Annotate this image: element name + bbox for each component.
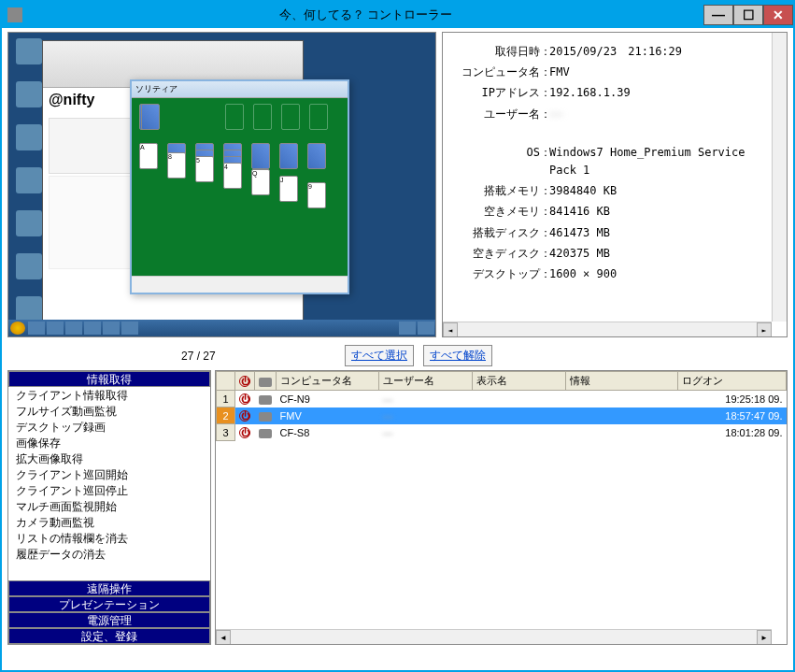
label-ip: IPアドレス xyxy=(447,84,540,102)
value-computer: FMV xyxy=(549,64,768,81)
col-link[interactable] xyxy=(255,372,277,391)
label-freedisk: 空きディスク xyxy=(447,245,540,263)
action-save-image[interactable]: 画像保存 xyxy=(8,435,210,450)
deselect-all-button[interactable]: すべて解除 xyxy=(423,345,492,366)
client-table-panel: ⏻ コンピュータ名 ユーザー名 表示名 情報 ログオン 1⏻CF-N9—19:2… xyxy=(215,370,788,645)
value-user: —— xyxy=(549,106,768,123)
label-desktop: デスクトップ xyxy=(447,265,540,283)
value-ram: 3984840 KB xyxy=(549,182,768,200)
category-info-header[interactable]: 情報取得 xyxy=(8,371,210,387)
col-num[interactable] xyxy=(217,372,235,391)
table-row[interactable]: 1⏻CF-N9—19:25:18 09. xyxy=(217,391,787,407)
action-camera-video[interactable]: カメラ動画監視 xyxy=(8,514,210,530)
action-panel: 情報取得 クライアント情報取得 フルサイズ動画監視 デスクトップ録画 画像保存 … xyxy=(7,370,211,645)
col-computer[interactable]: コンピュータ名 xyxy=(277,372,379,391)
table-row[interactable]: 2⏻FMV—18:57:47 09. xyxy=(217,407,787,424)
info-panel: 取得日時：2015/09/23 21:16:29 コンピュータ名：FMV IPア… xyxy=(442,32,788,337)
value-os: Windows7 Home_Premium Service Pack 1 xyxy=(549,144,768,179)
action-list: クライアント情報取得 フルサイズ動画監視 デスクトップ録画 画像保存 拡大画像取… xyxy=(8,387,210,580)
app-icon xyxy=(7,7,22,22)
page-counter: 27 / 27 xyxy=(181,350,216,363)
maximize-button[interactable]: ☐ xyxy=(733,5,763,25)
col-power[interactable]: ⏻ xyxy=(235,372,255,391)
col-user[interactable]: ユーザー名 xyxy=(379,372,473,391)
close-button[interactable]: ✕ xyxy=(763,5,793,25)
category-presentation-header[interactable]: プレゼンテーション xyxy=(8,596,210,612)
action-multi-monitor[interactable]: マルチ画面監視開始 xyxy=(8,498,210,514)
label-computer: コンピュータ名 xyxy=(447,64,540,81)
action-zoom-image[interactable]: 拡大画像取得 xyxy=(8,450,210,466)
action-fullsize-video[interactable]: フルサイズ動画監視 xyxy=(8,403,210,419)
action-desktop-record[interactable]: デスクトップ録画 xyxy=(8,419,210,435)
label-ram: 搭載メモリ xyxy=(447,182,540,200)
remote-taskbar xyxy=(8,320,435,336)
action-clear-history[interactable]: 履歴データの消去 xyxy=(8,546,210,562)
value-ip: 192.168.1.39 xyxy=(549,84,768,102)
window-title: 今、何してる？ コントローラー xyxy=(28,7,703,23)
category-remote-header[interactable]: 遠隔操作 xyxy=(8,580,210,596)
col-logon[interactable]: ログオン xyxy=(678,372,787,391)
value-freedisk: 420375 MB xyxy=(549,245,768,263)
client-table[interactable]: ⏻ コンピュータ名 ユーザー名 表示名 情報 ログオン 1⏻CF-N9—19:2… xyxy=(216,371,787,441)
label-datetime: 取得日時 xyxy=(447,43,540,61)
info-scrollbar-h[interactable]: ◄► xyxy=(443,322,772,336)
category-power-header[interactable]: 電源管理 xyxy=(8,612,210,628)
label-disk: 搭載ディスク xyxy=(447,224,540,242)
label-os: OS xyxy=(447,144,540,179)
label-freeram: 空きメモリ xyxy=(447,203,540,221)
table-scrollbar-h[interactable]: ◄► xyxy=(216,629,772,644)
app-window: 今、何してる？ コントローラー — ☐ ✕ xyxy=(0,0,795,672)
category-settings-header[interactable]: 設定、登録 xyxy=(8,628,210,644)
power-icon: ⏻ xyxy=(239,376,250,387)
value-freeram: 841416 KB xyxy=(549,203,768,221)
action-client-info[interactable]: クライアント情報取得 xyxy=(8,387,210,403)
remote-solitaire-window: ソリティア A 8 xyxy=(130,79,349,294)
info-scrollbar-v[interactable] xyxy=(772,33,787,322)
col-info[interactable]: 情報 xyxy=(566,372,678,391)
value-desktop: 1600 × 900 xyxy=(549,265,768,283)
action-patrol-stop[interactable]: クライアント巡回停止 xyxy=(8,482,210,498)
value-datetime: 2015/09/23 21:16:29 xyxy=(549,43,768,61)
action-patrol-start[interactable]: クライアント巡回開始 xyxy=(8,466,210,482)
action-clear-list-info[interactable]: リストの情報欄を消去 xyxy=(8,530,210,546)
table-row[interactable]: 3⏻CF-S8—18:01:28 09. xyxy=(217,424,787,441)
select-all-button[interactable]: すべて選択 xyxy=(345,345,414,366)
value-disk: 461473 MB xyxy=(549,224,768,242)
label-user: ユーザー名 xyxy=(447,106,540,123)
minimize-button[interactable]: — xyxy=(703,5,733,25)
col-display[interactable]: 表示名 xyxy=(473,372,566,391)
remote-screenshot-panel[interactable]: @nifty ソリティア xyxy=(7,32,436,337)
titlebar[interactable]: 今、何してる？ コントローラー — ☐ ✕ xyxy=(2,2,793,28)
link-icon xyxy=(259,378,272,387)
